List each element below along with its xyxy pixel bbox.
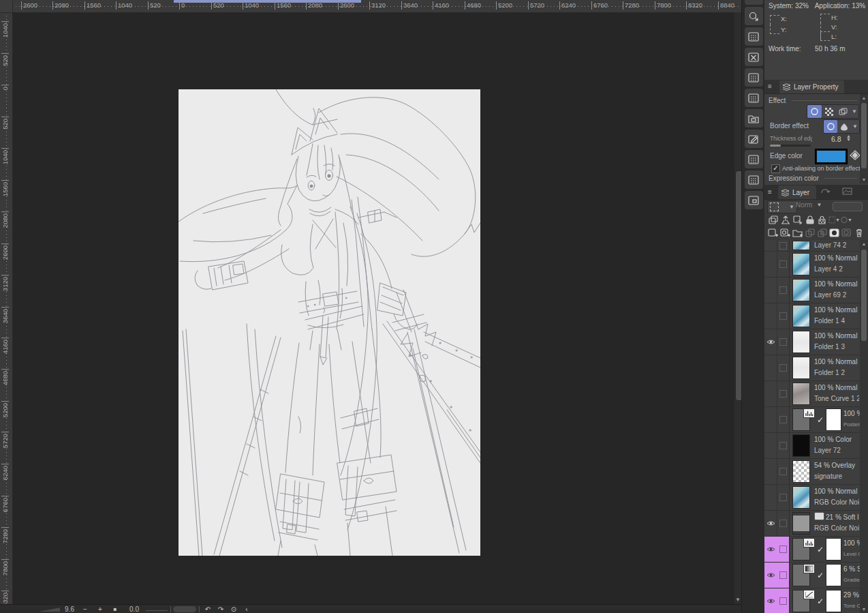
opacity-slider[interactable] (833, 202, 863, 211)
collapse-icon[interactable]: ‹ (242, 605, 251, 613)
layer-mask-thumbnail[interactable] (826, 590, 841, 612)
canvas-vertical-scrollbar[interactable]: ▼ (734, 12, 741, 604)
layer-visibility-toggle[interactable] (764, 433, 777, 458)
panel-menu-icon[interactable]: ≡ (768, 83, 772, 90)
layer-checkbox[interactable] (777, 355, 790, 380)
lock-transparent-pixels-icon[interactable] (816, 215, 828, 226)
layer-mask-thumbnail[interactable] (826, 538, 841, 560)
subview-palette-icon[interactable] (745, 191, 763, 209)
layer-checkbox[interactable] (777, 433, 790, 458)
layer-checkbox[interactable] (777, 537, 790, 562)
fit-to-screen-button[interactable]: ■ (110, 605, 120, 613)
scroll-up-icon[interactable]: ▲ (860, 240, 868, 248)
layer-thumbnail[interactable] (792, 305, 810, 327)
merge-with-lower-icon[interactable] (816, 228, 828, 239)
canvas-artwork[interactable] (179, 89, 480, 556)
layer-row[interactable]: 100 % NormalTone Curve 1 2 (764, 381, 860, 407)
zoom-value[interactable]: 9.6 (61, 605, 78, 613)
layer-thumbnail[interactable] (792, 486, 810, 509)
zoom-out-button[interactable]: − (80, 605, 90, 613)
thickness-slider[interactable] (770, 145, 811, 147)
layer-checkbox[interactable] (777, 303, 790, 329)
reset-rotation-icon[interactable]: ⊙ (229, 605, 238, 613)
layer-thumbnail[interactable] (792, 331, 810, 353)
rotation-value[interactable]: 0.0 (125, 605, 143, 613)
tab-layer-property[interactable]: Layer Property (779, 80, 844, 93)
tone-icon[interactable] (822, 105, 836, 118)
chevron-down-icon[interactable]: ▼ (850, 105, 858, 118)
layer-row[interactable]: 100 % NormalLayer 4 2 (764, 252, 860, 278)
chevron-down-icon[interactable]: ▼ (851, 120, 859, 133)
layer-row[interactable]: ✓100 %Posteriz (764, 407, 860, 433)
layer-visibility-toggle[interactable] (764, 485, 777, 510)
layer-checkbox[interactable] (777, 485, 790, 510)
canvas-scroll-down-icon[interactable]: ▼ (734, 596, 741, 604)
rotation-slider[interactable] (146, 610, 168, 611)
layer-visibility-toggle[interactable] (764, 240, 777, 251)
layer-visibility-toggle[interactable] (764, 459, 777, 484)
layer-thumbnail[interactable] (792, 279, 810, 301)
edge-color-swatch[interactable] (815, 149, 848, 164)
layer-thumbnail[interactable] (792, 434, 810, 457)
layer-mask-thumbnail[interactable] (826, 564, 841, 586)
delete-layer-icon[interactable] (853, 228, 865, 239)
antialias-checkbox[interactable]: ✓ (771, 164, 780, 173)
tab-layer[interactable]: Layer (778, 185, 816, 199)
layer-thumbnail[interactable] (792, 357, 810, 379)
scroll-down-icon[interactable]: ▼ (860, 176, 868, 183)
rotate-ccw-icon[interactable]: ↶ (203, 605, 213, 613)
thickness-value[interactable]: 6.8 (831, 135, 841, 143)
layer-visibility-toggle[interactable] (764, 381, 777, 406)
tab-secondary-icon[interactable] (820, 187, 831, 196)
layer-checkbox[interactable] (777, 278, 790, 303)
scrollbar-thumb[interactable] (861, 103, 867, 168)
border-effect-icon[interactable] (807, 105, 822, 118)
reference-layer-icon[interactable] (779, 215, 791, 226)
tab-tertiary-icon[interactable] (842, 187, 853, 196)
edge-icon[interactable] (824, 120, 837, 133)
zoom-slider[interactable] (40, 608, 60, 612)
history-palette-icon[interactable] (745, 170, 763, 189)
layer-row[interactable]: 54 % Overlaysignature (764, 459, 860, 485)
set-as-mask-icon[interactable]: ▼ (841, 215, 852, 226)
layer-row[interactable]: ✓100 %Level C (764, 537, 860, 563)
rotation-pill[interactable] (173, 606, 196, 612)
create-layer-mask-icon[interactable] (828, 228, 840, 239)
new-raster-layer-icon[interactable] (767, 228, 779, 239)
color-set-palette-icon[interactable] (745, 150, 763, 168)
layer-row[interactable]: 100 % NormalFolder 1 3 (764, 329, 860, 355)
layer-thumbnail[interactable] (792, 383, 810, 405)
layer-row[interactable]: 100 % NormalRGB Color Noise 2 (764, 485, 860, 511)
clip-to-layer-below-icon[interactable] (767, 215, 779, 226)
decoration-palette-icon[interactable] (745, 89, 763, 107)
layer-visibility-toggle[interactable] (764, 511, 777, 536)
layer-checkbox[interactable] (777, 329, 790, 355)
material-palette-icon[interactable] (745, 48, 763, 66)
scroll-up-icon[interactable]: ▲ (860, 94, 868, 102)
new-folder-icon[interactable] (792, 228, 803, 239)
layer-thumbnail[interactable] (792, 512, 810, 535)
layer-visibility-toggle[interactable] (764, 252, 777, 277)
transfer-to-lower-icon[interactable] (804, 228, 816, 239)
layer-visibility-toggle[interactable] (764, 355, 777, 380)
layer-checkbox[interactable] (777, 563, 790, 588)
layer-thumbnail-setting[interactable]: ▼ (767, 200, 797, 213)
layer-row[interactable]: 100 % NormalLayer 69 2 (764, 278, 860, 303)
set-as-selection-icon[interactable]: ▼ (828, 215, 840, 226)
layer-visibility-toggle[interactable] (764, 303, 777, 329)
layer-visibility-toggle[interactable] (764, 407, 777, 432)
layer-row[interactable]: ✓29 % NTone C (764, 588, 860, 613)
new-vector-layer-icon[interactable] (779, 228, 791, 239)
draft-layer-icon[interactable] (792, 215, 803, 226)
layer-thumbnail[interactable] (792, 253, 810, 275)
layer-checkbox[interactable] (777, 588, 790, 613)
layer-mask-thumbnail[interactable] (826, 408, 841, 431)
folder-palette-icon[interactable] (745, 109, 763, 128)
brush-palette-icon[interactable] (745, 68, 763, 87)
layer-thumbnail[interactable] (792, 241, 810, 250)
scrollbar-thumb[interactable] (861, 250, 867, 341)
rotate-cw-icon[interactable]: ↷ (216, 605, 226, 613)
ruler-corner-box[interactable] (0, 0, 13, 13)
quick-access-palette-icon[interactable] (745, 7, 763, 25)
layer-visibility-toggle[interactable] (764, 563, 777, 588)
